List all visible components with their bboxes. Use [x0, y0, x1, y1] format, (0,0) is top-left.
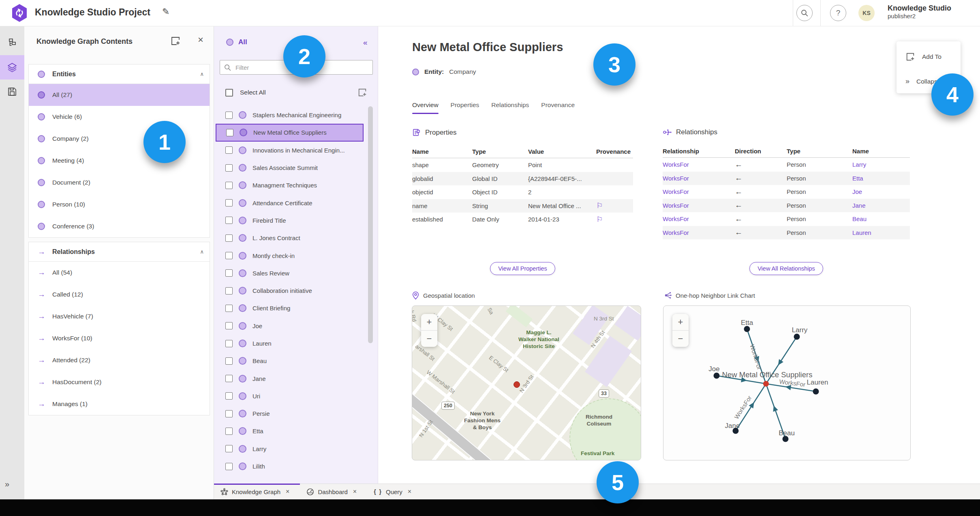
- item-checkbox[interactable]: [225, 287, 233, 295]
- list-item[interactable]: Uri: [214, 387, 378, 405]
- list-item[interactable]: Innovations in Mechanical Engin...: [214, 142, 378, 159]
- sidebar-item[interactable]: Person (10): [29, 194, 210, 215]
- account-menu[interactable]: Knowledge Studio publisher2: [888, 4, 951, 19]
- close-tab-icon[interactable]: ×: [353, 488, 357, 495]
- add-selection-button[interactable]: [357, 88, 367, 97]
- chart-node[interactable]: [714, 373, 720, 379]
- item-checkbox[interactable]: [225, 234, 233, 242]
- map-zoom-in-button[interactable]: +: [421, 314, 437, 331]
- avatar[interactable]: KS: [858, 5, 875, 21]
- item-checkbox[interactable]: [225, 410, 233, 417]
- close-tab-icon[interactable]: ×: [286, 488, 289, 495]
- list-item[interactable]: Beau: [214, 352, 378, 370]
- list-item[interactable]: Managment Techniques: [214, 176, 378, 194]
- item-checkbox[interactable]: [225, 182, 233, 189]
- sidebar-item[interactable]: →HasVehicle (7): [29, 305, 210, 327]
- sidebar-item[interactable]: Vehicle (6): [29, 106, 210, 128]
- tab-properties[interactable]: Properties: [451, 101, 479, 114]
- list-item[interactable]: Larry: [214, 440, 378, 458]
- entity-name-link[interactable]: Etta: [852, 175, 910, 182]
- list-item[interactable]: Lilith: [214, 458, 378, 475]
- list-scrollbar[interactable]: [368, 106, 373, 343]
- list-item[interactable]: Sales Associate Summit: [214, 159, 378, 176]
- list-item[interactable]: Montly check-in: [214, 247, 378, 264]
- item-checkbox[interactable]: [225, 269, 233, 277]
- close-tab-icon[interactable]: ×: [408, 488, 411, 495]
- entity-name-link[interactable]: Jane: [852, 202, 910, 209]
- item-checkbox[interactable]: [225, 428, 233, 435]
- schema-tool-button[interactable]: [0, 31, 24, 55]
- sidebar-item[interactable]: →HasDocument (2): [29, 371, 210, 393]
- chart-node[interactable]: [794, 334, 800, 340]
- edit-title-icon[interactable]: ✎: [162, 6, 169, 17]
- tab-relationships[interactable]: Relationships: [491, 101, 529, 114]
- view-tab-query[interactable]: { }Query×: [367, 484, 422, 499]
- item-checkbox[interactable]: [225, 252, 233, 259]
- save-button[interactable]: [0, 80, 24, 104]
- item-checkbox[interactable]: [225, 199, 233, 206]
- expand-rail-icon[interactable]: »: [5, 479, 9, 489]
- item-checkbox[interactable]: [225, 164, 233, 172]
- chart-zoom-in-button[interactable]: +: [672, 314, 689, 331]
- item-checkbox[interactable]: [225, 445, 233, 452]
- list-item[interactable]: Joe: [214, 317, 378, 335]
- relationship-link[interactable]: WorksFor: [663, 202, 735, 209]
- contents-tool-button[interactable]: [0, 55, 24, 80]
- list-item[interactable]: Sales Review: [214, 264, 378, 282]
- view-all-properties-button[interactable]: View All Properties: [490, 262, 555, 275]
- list-item[interactable]: Attendance Certificate: [214, 194, 378, 211]
- tab-provenance[interactable]: Provenance: [541, 101, 575, 114]
- item-checkbox[interactable]: [225, 305, 233, 312]
- list-item[interactable]: Jane: [214, 370, 378, 387]
- sidebar-item[interactable]: →Attended (22): [29, 349, 210, 371]
- item-checkbox[interactable]: [225, 375, 233, 382]
- item-checkbox[interactable]: [225, 340, 233, 347]
- item-checkbox[interactable]: [225, 357, 233, 365]
- chart-node[interactable]: [813, 389, 819, 395]
- select-all-checkbox[interactable]: [225, 89, 233, 97]
- close-panel-icon[interactable]: ×: [198, 34, 203, 45]
- list-item[interactable]: Etta: [214, 422, 378, 440]
- relationship-link[interactable]: WorksFor: [663, 175, 735, 182]
- search-button[interactable]: [796, 5, 813, 21]
- provenance-flag-icon[interactable]: ⚐: [596, 215, 633, 224]
- add-to-map-button[interactable]: [170, 36, 181, 46]
- list-item[interactable]: Lauren: [214, 335, 378, 352]
- relationship-link[interactable]: WorksFor: [663, 229, 735, 236]
- list-item[interactable]: Firebird Title: [214, 212, 378, 229]
- entity-name-link[interactable]: Larry: [852, 161, 910, 168]
- provenance-flag-icon[interactable]: ⚐: [596, 201, 633, 210]
- entity-name-link[interactable]: Joe: [852, 188, 910, 195]
- view-all-relationships-button[interactable]: View All Relationships: [749, 262, 823, 275]
- item-checkbox[interactable]: [225, 392, 233, 400]
- list-item[interactable]: L. Jones Contract: [214, 229, 378, 247]
- tab-overview[interactable]: Overview: [412, 101, 439, 114]
- geospatial-map[interactable]: k RdW Clay StSaMaggie L. Walker National…: [412, 305, 641, 460]
- item-checkbox[interactable]: [225, 112, 233, 119]
- item-checkbox[interactable]: [225, 217, 233, 224]
- list-item[interactable]: Collaboration initiative: [214, 282, 378, 299]
- section-header-entities[interactable]: Entities∧: [29, 64, 210, 84]
- entity-name-link[interactable]: Lauren: [852, 229, 910, 236]
- sidebar-item[interactable]: Document (2): [29, 172, 210, 194]
- map-zoom-out-button[interactable]: −: [421, 331, 437, 347]
- one-hop-link-chart[interactable]: EttaLarryJoeLaurenJaneBeauNew Metal Offi…: [663, 305, 911, 460]
- relationship-link[interactable]: WorksFor: [663, 215, 735, 222]
- sidebar-item[interactable]: Conference (3): [29, 215, 210, 237]
- list-item[interactable]: Staplers Mechanical Engineering: [214, 106, 378, 124]
- item-checkbox[interactable]: [225, 322, 233, 329]
- section-header-relationships[interactable]: →Relationships∧: [29, 242, 210, 262]
- view-tab-knowledge-graph[interactable]: Knowledge Graph×: [214, 484, 300, 499]
- entity-name-link[interactable]: Beau: [852, 215, 910, 222]
- chart-center-node[interactable]: [763, 381, 769, 387]
- sidebar-item[interactable]: All (27): [29, 84, 210, 106]
- list-item[interactable]: Persie: [214, 405, 378, 422]
- item-checkbox[interactable]: [225, 463, 233, 470]
- relationship-link[interactable]: WorksFor: [663, 188, 735, 195]
- add-to-action[interactable]: Add To: [905, 52, 941, 62]
- list-item[interactable]: New Metal Office Suppliers: [216, 124, 364, 141]
- chart-zoom-out-button[interactable]: −: [672, 331, 689, 347]
- sidebar-item[interactable]: →All (54): [29, 262, 210, 284]
- list-item[interactable]: Client Briefing: [214, 299, 378, 317]
- item-checkbox[interactable]: [225, 146, 233, 154]
